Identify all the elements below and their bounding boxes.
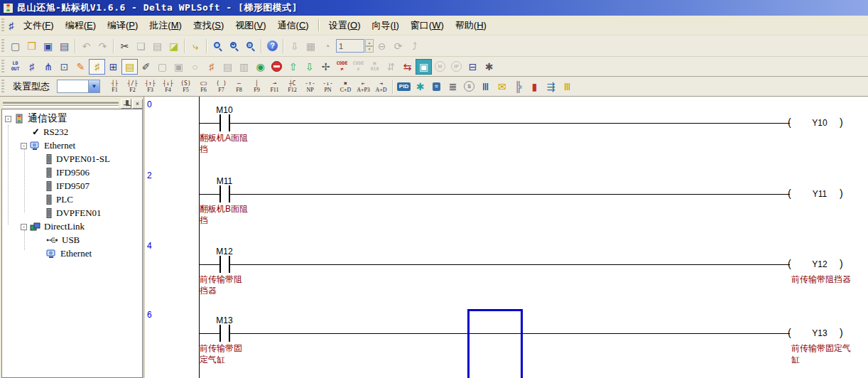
set-instruction-button[interactable]: (S)F5 xyxy=(177,77,195,95)
menu-s[interactable]: 查找(S) xyxy=(188,17,229,34)
ladder-monitor-icon[interactable]: ♯ xyxy=(89,59,105,75)
contact-comment[interactable]: 前传输带固定气缸 xyxy=(200,342,249,365)
menu-v[interactable]: 视图(V) xyxy=(229,17,271,34)
erase-icon[interactable]: ◪ xyxy=(166,38,182,54)
coil-comment[interactable]: 前传输带固定气缸 xyxy=(791,342,855,365)
coil-device-name[interactable]: Y11 xyxy=(802,189,837,199)
tree-item-ifd9507[interactable]: IFD9507 xyxy=(2,180,89,193)
save-file-icon[interactable]: ▣ xyxy=(40,38,56,54)
register-edit-icon[interactable]: ⇆ xyxy=(399,59,416,75)
contact-bar-left[interactable] xyxy=(219,256,221,273)
open-file-icon[interactable]: ❒ xyxy=(23,38,40,54)
contact-bar-right[interactable] xyxy=(229,325,230,342)
contact-comment[interactable]: 翻板机B面阻挡 xyxy=(200,203,249,226)
position-wizard-icon[interactable]: ✱ xyxy=(412,79,428,94)
menu-h[interactable]: 帮助(H) xyxy=(450,17,492,34)
comm-monitor-icon[interactable]: ⊡ xyxy=(56,59,72,75)
tree-item-directlink[interactable]: -DirectLink xyxy=(2,220,85,233)
contact-bar-right[interactable] xyxy=(229,114,230,131)
output-coil-button[interactable]: ⊂⊃F6 xyxy=(195,77,212,95)
contact-bar-right[interactable] xyxy=(229,256,230,273)
ladder-editor[interactable]: 0M10翻板机A面阻挡(Y10)2M11翻板机B面阻挡(Y11)4M12前传输带… xyxy=(145,97,868,378)
goto-icon[interactable]: ⤷ xyxy=(188,38,204,54)
image-monitor-icon[interactable]: ▣ xyxy=(416,59,432,75)
menubar-grip[interactable] xyxy=(1,18,4,33)
device-monitor-table-icon[interactable]: ⊞ xyxy=(105,59,121,75)
menu-c[interactable]: 通信(C) xyxy=(272,17,315,34)
contact-normally-closed-button[interactable]: ┤/├F2 xyxy=(124,77,141,95)
contact-falling-edge-button[interactable]: ┤↓├F4 xyxy=(159,77,177,95)
menu-f[interactable]: 文件(F) xyxy=(18,17,60,34)
sfc-mode-icon[interactable]: ⋔ xyxy=(40,59,56,75)
zoom-out-icon[interactable]: - xyxy=(242,38,259,54)
contact-bar-right[interactable] xyxy=(229,185,230,202)
new-file-icon[interactable]: ▢ xyxy=(7,38,23,54)
edit-cursor[interactable] xyxy=(467,309,523,378)
contact-comment[interactable]: 翻板机A面阻挡 xyxy=(200,132,249,155)
menu-w[interactable]: 窗口(W) xyxy=(405,17,450,34)
code-convert-icon[interactable]: CODE⇄ xyxy=(334,59,350,75)
convert-ad-button[interactable]: ⇥A+D xyxy=(372,77,390,95)
pid-wizard-icon[interactable]: PID xyxy=(396,79,412,94)
print-icon[interactable]: ▤ xyxy=(56,38,72,54)
cut-icon[interactable]: ✂ xyxy=(116,38,133,54)
contact-device-name[interactable]: M12 xyxy=(205,247,244,256)
find-icon[interactable] xyxy=(210,38,226,54)
menu-m[interactable]: 批注(M) xyxy=(143,17,188,34)
menu-i[interactable]: 向导(I) xyxy=(367,17,405,34)
tree-item-usb[interactable]: USB xyxy=(2,234,80,247)
s-curve-icon[interactable]: S xyxy=(461,79,477,94)
expand-collapse-icon[interactable]: - xyxy=(5,116,11,122)
contact-bar-left[interactable] xyxy=(219,114,221,131)
step-count-input[interactable] xyxy=(336,39,364,53)
options-gear-icon[interactable]: ✱ xyxy=(481,59,497,75)
upload-from-plc-icon[interactable]: ⇧ xyxy=(285,59,301,75)
toolbar2-grip[interactable] xyxy=(1,60,4,74)
tree-item-plc[interactable]: PLC xyxy=(2,193,73,206)
contact-device-name[interactable]: M13 xyxy=(205,315,244,325)
delete-horizontal-line-button[interactable]: ╼F11 xyxy=(266,77,283,95)
zoom-in-icon[interactable]: + xyxy=(226,38,242,54)
coil-comment[interactable]: 前传输带阻挡器 xyxy=(791,274,855,285)
ladder-mode-icon[interactable]: ♯ xyxy=(23,59,40,75)
coil-device-name[interactable]: Y10 xyxy=(802,118,837,128)
convert-cd-button[interactable]: ✖C+D xyxy=(337,77,354,95)
tree-item-ethernet[interactable]: -Ethernet xyxy=(2,139,75,152)
menu-o[interactable]: 设置(O) xyxy=(323,17,367,34)
marker-pen-icon[interactable]: ✐ xyxy=(138,59,154,75)
stop-plc-icon[interactable] xyxy=(268,59,285,75)
instruction-mode-icon[interactable]: LDOUT xyxy=(7,59,23,75)
tree-item-ethernet-2[interactable]: Ethernet xyxy=(2,247,92,260)
bar-gold-icon[interactable]: Ⅲ xyxy=(559,79,575,94)
expand-collapse-icon[interactable]: - xyxy=(21,143,27,149)
menu-p[interactable]: 编译(P) xyxy=(102,17,143,34)
contact-normally-open-button[interactable]: ┤├F1 xyxy=(106,77,124,95)
contact-bar-left[interactable] xyxy=(219,325,221,342)
toolbar1-grip[interactable] xyxy=(1,39,4,53)
contact-comment[interactable]: 前传输带阻挡器 xyxy=(200,274,249,296)
horizontal-line-button[interactable]: ─F8 xyxy=(230,77,248,95)
coil-device-name[interactable]: Y12 xyxy=(802,259,837,269)
step-spinner[interactable]: ▲▼ xyxy=(365,39,374,53)
tree-item-comm-settings[interactable]: -通信设置 xyxy=(2,112,67,125)
pin-icon[interactable] xyxy=(121,99,131,109)
coil-device-name[interactable]: Y13 xyxy=(802,328,837,338)
pn-instruction-button[interactable]: -↓-PN xyxy=(319,77,337,95)
branch-tool-2-icon[interactable]: ⇶ xyxy=(543,79,559,94)
ladder-bookmark-icon[interactable]: ♯ xyxy=(203,59,219,75)
contact-device-name[interactable]: M10 xyxy=(205,105,244,115)
device-type-combo[interactable]: ▼ xyxy=(57,80,100,93)
wave-monitor-icon[interactable]: ≈ xyxy=(428,79,445,94)
expand-collapse-icon[interactable]: - xyxy=(21,224,27,230)
spin-up-icon[interactable]: ▲ xyxy=(365,39,374,46)
instruction-wizard-icon[interactable]: ≣ xyxy=(445,79,461,94)
combo-dropdown-arrow[interactable]: ▼ xyxy=(88,80,100,93)
tree-item-rs232[interactable]: ✓RS232 xyxy=(2,126,68,139)
globe-icon[interactable]: ◉ xyxy=(252,59,268,75)
vertical-line-button[interactable]: │F9 xyxy=(248,77,266,95)
panel-drag-handle[interactable] xyxy=(3,101,119,106)
toolbar3-grip[interactable] xyxy=(1,80,4,94)
contact-rising-edge-button[interactable]: ┤↑├F3 xyxy=(141,77,159,95)
menu-e[interactable]: 编程(E) xyxy=(60,17,102,34)
close-icon[interactable]: × xyxy=(132,99,143,109)
